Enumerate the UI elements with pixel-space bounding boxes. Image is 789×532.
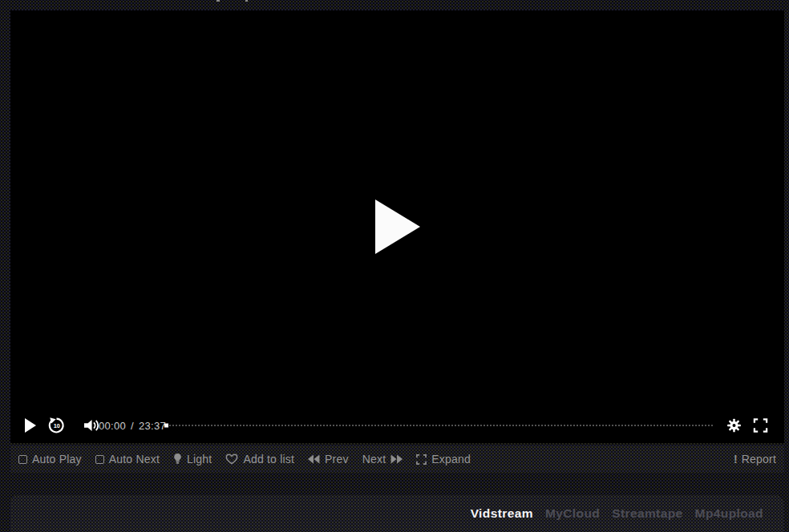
report-button[interactable]: ! Report xyxy=(734,453,776,466)
next-episode-button[interactable]: Next xyxy=(362,453,403,466)
current-time: 00:00 xyxy=(99,420,126,432)
progress-knob[interactable] xyxy=(164,424,168,428)
big-play-button[interactable] xyxy=(375,200,420,254)
exclamation-icon: ! xyxy=(734,453,738,466)
clipped-text-remnant xyxy=(216,0,220,2)
svg-text:10: 10 xyxy=(54,422,60,429)
progress-bar[interactable] xyxy=(166,422,714,429)
expand-icon xyxy=(416,454,427,465)
player-toolbar: Auto Play Auto Next Light Add to l xyxy=(10,445,784,473)
server-tab-mp4upload[interactable]: Mp4upload xyxy=(695,506,763,521)
play-button[interactable] xyxy=(25,418,36,433)
fullscreen-icon xyxy=(753,418,768,433)
prev-episode-button[interactable]: Prev xyxy=(308,453,349,466)
heart-icon xyxy=(225,453,238,465)
next-label: Next xyxy=(362,453,386,466)
player-controls: 10 00:00 / 23:37 xyxy=(10,408,784,443)
auto-next-toggle[interactable]: Auto Next xyxy=(95,453,160,466)
auto-next-label: Auto Next xyxy=(109,453,160,466)
time-display: 00:00 / 23:37 xyxy=(96,420,168,432)
clipped-text-remnant xyxy=(245,0,248,2)
report-label: Report xyxy=(742,453,776,466)
video-player: 10 00:00 / 23:37 xyxy=(10,10,784,443)
duration: 23:37 xyxy=(139,420,166,432)
expand-button[interactable]: Expand xyxy=(416,453,471,466)
fullscreen-button[interactable] xyxy=(753,418,768,433)
add-to-list-button[interactable]: Add to list xyxy=(225,453,294,466)
page: 10 00:00 / 23:37 xyxy=(0,0,789,532)
lightbulb-icon xyxy=(173,453,182,466)
play-icon xyxy=(25,418,36,433)
gear-icon xyxy=(726,418,742,433)
auto-play-label: Auto Play xyxy=(32,453,82,466)
servers-panel: Vidstream MyCloud Streamtape Mp4upload xyxy=(10,495,784,532)
add-to-list-label: Add to list xyxy=(243,453,294,466)
prev-label: Prev xyxy=(325,453,349,466)
next-icon xyxy=(390,454,403,464)
progress-track xyxy=(166,425,714,426)
server-tab-mycloud[interactable]: MyCloud xyxy=(545,506,600,521)
rewind-10-icon: 10 xyxy=(48,417,65,434)
prev-icon xyxy=(308,454,320,464)
expand-label: Expand xyxy=(431,453,471,466)
rewind-10-button[interactable]: 10 xyxy=(48,417,65,434)
light-toggle[interactable]: Light xyxy=(173,453,212,466)
server-tab-streamtape[interactable]: Streamtape xyxy=(612,506,682,521)
server-tab-vidstream[interactable]: Vidstream xyxy=(471,506,533,521)
light-label: Light xyxy=(187,453,212,466)
auto-play-toggle[interactable]: Auto Play xyxy=(18,453,82,466)
settings-button[interactable] xyxy=(726,418,742,433)
time-separator: / xyxy=(131,420,134,432)
checkbox-icon xyxy=(18,455,27,464)
checkbox-icon xyxy=(95,455,104,464)
